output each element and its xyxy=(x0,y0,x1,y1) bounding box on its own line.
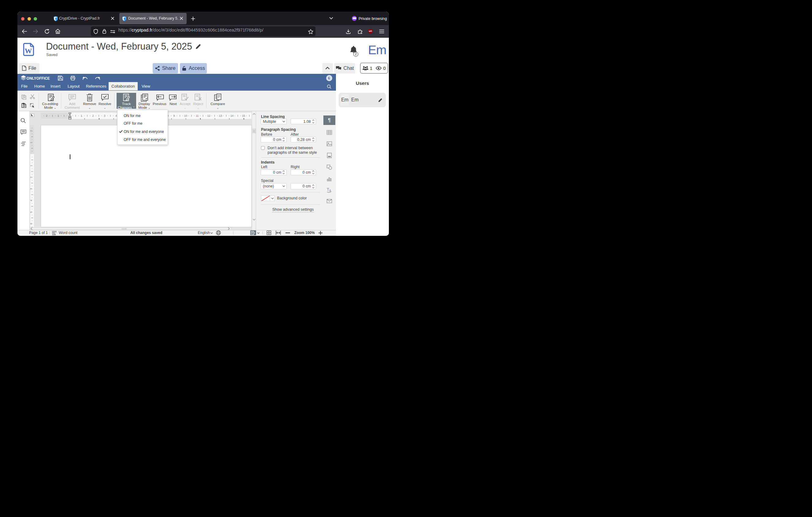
svg-text:2: 2 xyxy=(30,130,33,131)
svg-text:uO: uO xyxy=(369,30,372,32)
svg-text:1: 1 xyxy=(58,114,59,117)
svg-text:1: 1 xyxy=(30,141,33,143)
svg-text:a: a xyxy=(329,189,331,192)
svg-text:2: 2 xyxy=(46,114,48,117)
svg-text:5: 5 xyxy=(30,211,33,213)
svg-text:10: 10 xyxy=(184,114,187,117)
svg-text:3: 3 xyxy=(30,188,33,190)
svg-text:4: 4 xyxy=(116,114,117,117)
svg-text:1: 1 xyxy=(81,114,82,117)
svg-text:123: 123 xyxy=(52,233,56,235)
svg-text:14: 14 xyxy=(231,114,234,117)
svg-text:9: 9 xyxy=(173,114,175,117)
svg-text:12: 12 xyxy=(207,114,210,117)
svg-text:3: 3 xyxy=(104,114,106,117)
svg-text:11: 11 xyxy=(196,114,199,117)
svg-text:W: W xyxy=(25,47,32,55)
svg-text:4: 4 xyxy=(30,200,33,201)
svg-text:15: 15 xyxy=(242,114,245,117)
svg-text:2: 2 xyxy=(30,176,33,178)
svg-text:2: 2 xyxy=(92,114,94,117)
svg-text:13: 13 xyxy=(219,114,222,117)
svg-text:1: 1 xyxy=(30,165,33,166)
svg-text:T: T xyxy=(327,187,329,192)
svg-text:6: 6 xyxy=(30,223,33,224)
